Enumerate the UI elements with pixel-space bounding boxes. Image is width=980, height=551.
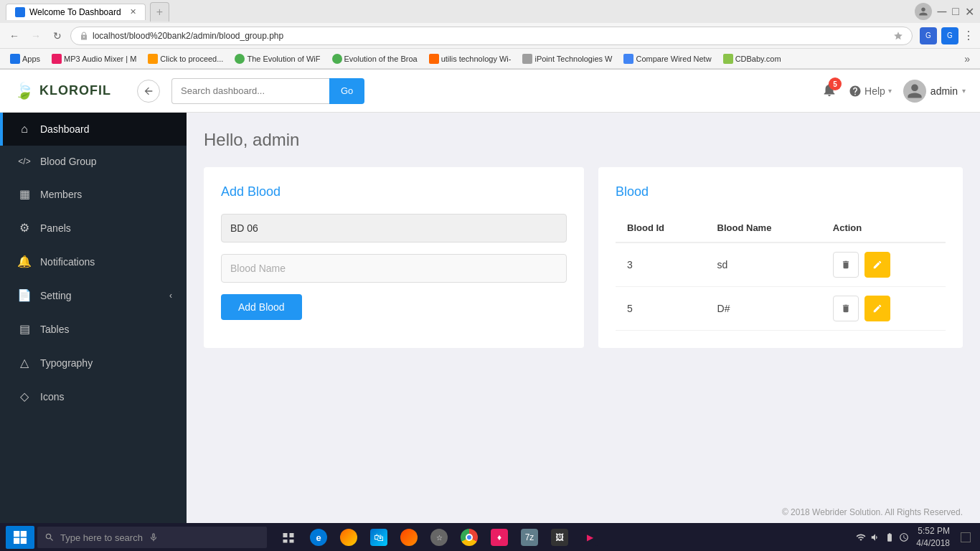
maximize-button[interactable]: □ [952,5,959,18]
delete-button-1[interactable] [833,252,859,278]
firefox2-button[interactable] [396,524,422,550]
bookmark-ipoint[interactable]: iPoint Technologies W [518,52,616,65]
icons-icon: ◇ [17,390,32,403]
bookmarks-more-button[interactable]: » [960,53,974,65]
app9-icon: 7z [521,529,538,546]
user-chevron: ▾ [962,87,966,95]
chrome-icon [461,529,478,546]
app11-button[interactable]: ▶ [577,524,603,550]
app10-icon: 🖼 [551,529,568,546]
sidebar-item-notifications-label: Notifications [40,256,95,268]
sidebar-item-blood-group[interactable]: </> Blood Group [0,146,187,177]
firefox2-icon [400,529,418,546]
app6-button[interactable]: ☆ [426,524,452,550]
sidebar-item-typography-label: Typography [40,357,93,369]
browser-chrome: Welcome To Dashboard ✕ + ─ □ ✕ ← → ↻ loc… [0,0,980,70]
col-action: Action [821,214,946,242]
bookmark-evolution-broa[interactable]: Evolution of the Broa [328,52,422,65]
back-nav-button[interactable]: ← [6,27,23,44]
forward-nav-button[interactable]: → [27,27,44,44]
sidebar-item-panels[interactable]: ⚙ Panels [0,211,187,245]
browser-nav: ← → ↻ localhost/blood%20bank2/admin/bloo… [0,23,980,49]
notifications-icon: 🔔 [17,255,32,268]
app9-button[interactable]: 7z [517,524,542,550]
blood-table-title: Blood [616,184,946,199]
bookmark-compare[interactable]: Compare Wired Netw [619,52,715,65]
more-options-button[interactable]: ⋮ [963,29,974,42]
add-blood-button[interactable]: Add Blood [221,294,302,320]
start-button[interactable] [6,526,34,549]
help-icon [849,85,862,98]
app8-icon: ♦ [491,529,508,546]
sidebar-item-typography[interactable]: △ Typography [0,346,187,380]
minimize-button[interactable]: ─ [938,4,947,19]
app-header: 🍃 KLOROFIL Go 5 Help ▾ admin [0,70,980,113]
taskbar-clock: 5:52 PM 4/4/2018 [916,525,950,550]
address-bar[interactable]: localhost/blood%20bank2/admin/blood_grou… [70,27,913,45]
sidebar-item-members[interactable]: ▦ Members [0,177,187,211]
logo-text: KLOROFIL [39,83,111,98]
help-label: Help [864,85,885,97]
network-icon [856,532,866,542]
sidebar-item-setting-label: Setting [40,290,72,301]
store-button[interactable]: 🛍 [366,524,392,550]
cards-row: Add Blood Add Blood Blood [204,167,963,348]
back-button[interactable] [137,80,160,103]
table-header-row: Blood Id Blood Name Action [616,214,946,242]
firefox-button[interactable] [336,524,362,550]
bookmark-evolution-wifi[interactable]: The Evolution of WiF [230,52,324,65]
edit-button-2[interactable] [864,296,890,321]
show-desktop-button[interactable] [957,529,974,546]
sidebar-item-notifications[interactable]: 🔔 Notifications [0,245,187,278]
edit-button-1[interactable] [864,252,890,278]
sidebar-item-setting[interactable]: 📄 Setting ‹ [0,278,187,312]
edge-button[interactable]: e [306,524,331,550]
close-button[interactable]: ✕ [965,5,974,19]
logo-icon: 🍃 [14,82,34,100]
bookmark-apps-label: Apps [22,55,40,63]
tables-icon: ▤ [17,322,32,336]
sidebar-item-blood-group-label: Blood Group [40,156,97,167]
chrome-button[interactable] [456,524,482,550]
delete-button-2[interactable] [833,296,859,321]
bookmark-cdbaby[interactable]: CDBaby.com [719,52,786,65]
sidebar-item-dashboard[interactable]: ⌂ Dashboard [0,113,187,146]
blood-name-input[interactable] [221,254,567,283]
taskbar-search-area[interactable]: Type here to search [37,527,267,548]
search-input[interactable] [171,78,329,104]
table-row: 5 D# [616,287,946,331]
chrome-extension-2[interactable]: G [941,27,958,44]
app8-button[interactable]: ♦ [486,524,512,550]
bookmark-compare-icon [623,54,633,64]
star-icon[interactable] [893,31,903,41]
bookmark-apps[interactable]: Apps [6,52,44,65]
sidebar-item-icons-label: Icons [40,391,64,402]
app10-button[interactable]: 🖼 [547,524,573,550]
search-go-button[interactable]: Go [329,78,364,104]
volume-icon [870,532,880,542]
sidebar-item-icons[interactable]: ◇ Icons [0,380,187,413]
tab-close-button[interactable]: ✕ [130,7,136,17]
footer: © 2018 Webrider Solution. All Rights Res… [187,501,980,523]
bookmark-mp3[interactable]: MP3 Audio Mixer | M [47,52,141,65]
bookmark-proceed[interactable]: Click to proceed... [143,52,227,65]
chrome-extension-1[interactable]: G [920,27,937,44]
browser-user-icon[interactable] [915,3,932,20]
bookmarks-bar: Apps MP3 Audio Mixer | M Click to procee… [0,49,980,69]
help-chevron: ▾ [888,87,892,95]
notification-button[interactable]: 5 [821,82,837,100]
inactive-tab[interactable]: + [150,2,169,22]
active-tab[interactable]: Welcome To Dashboard ✕ [6,4,146,20]
cell-action-2 [821,287,946,331]
reload-button[interactable]: ↻ [49,27,66,44]
firefox-icon [340,529,357,546]
bookmark-utilis[interactable]: utilis technology Wi- [425,52,516,65]
bookmark-ipoint-icon [522,54,532,64]
sidebar-item-tables[interactable]: ▤ Tables [0,312,187,346]
panels-icon: ⚙ [17,221,32,235]
help-button[interactable]: Help ▾ [849,85,892,98]
battery-icon [885,532,895,542]
user-button[interactable]: admin ▾ [903,80,966,103]
taskview-button[interactable] [275,524,301,550]
blood-id-input[interactable] [221,214,567,242]
